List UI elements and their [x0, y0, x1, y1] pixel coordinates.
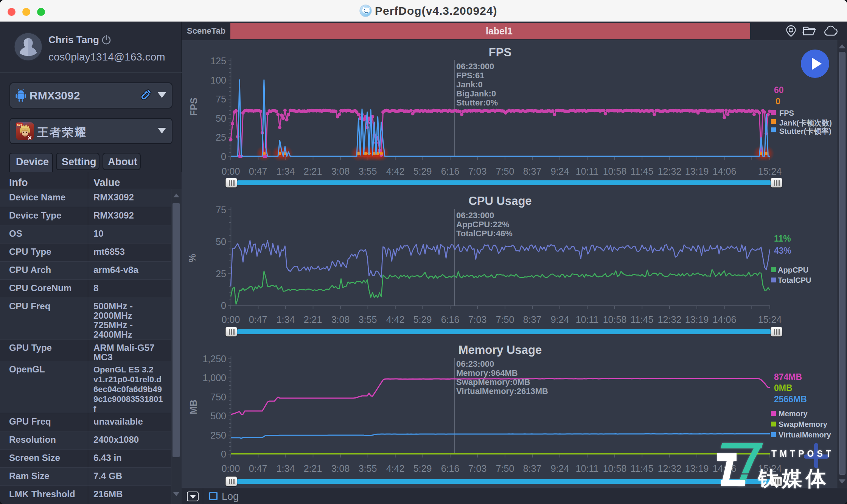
svg-text:钛媒体: 钛媒体 [757, 467, 830, 490]
svg-text:5v5: 5v5 [17, 123, 22, 127]
svg-text:TMTPOST: TMTPOST [771, 449, 834, 459]
